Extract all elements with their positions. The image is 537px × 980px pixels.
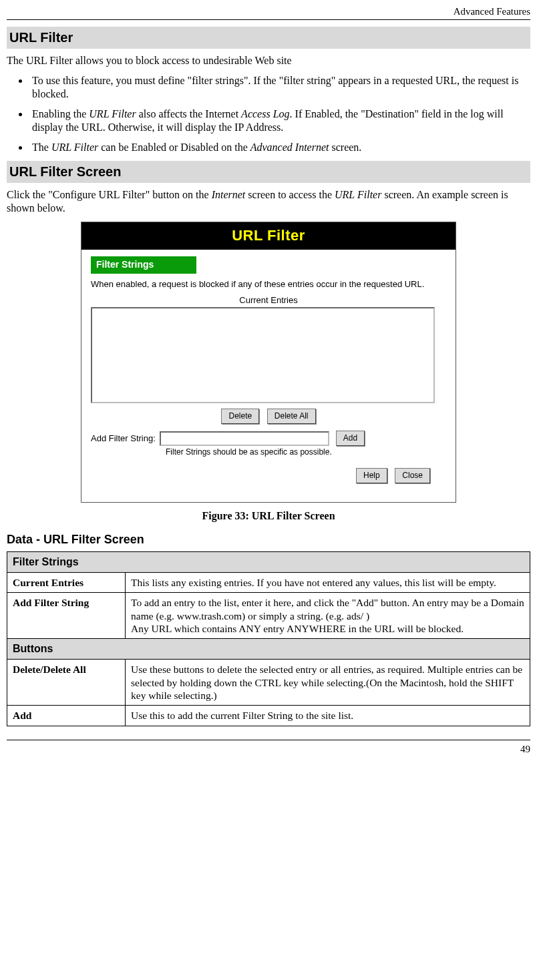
filter-hint: Filter Strings should be as specific as … (166, 447, 446, 457)
table-row: Add Filter String To add an entry to the… (7, 593, 530, 639)
intro-text: The URL Filter allows you to block acces… (7, 54, 530, 67)
add-button[interactable]: Add (336, 431, 365, 446)
row-add-filter-key: Add Filter String (7, 593, 126, 639)
b2-mid: also affects the Internet (136, 108, 241, 119)
add-filter-input[interactable] (160, 431, 329, 446)
delete-all-button[interactable]: Delete All (267, 409, 316, 424)
s2-mid: screen to access the (245, 189, 335, 200)
row-current-entries-val: This lists any existing entries. If you … (126, 572, 530, 592)
data-table: Filter Strings Current Entries This list… (7, 551, 530, 726)
screenshot-panel: URL Filter Filter Strings When enabled, … (81, 222, 456, 503)
cat-buttons: Buttons (7, 639, 530, 660)
bullet-1: To use this feature, you must define "fi… (29, 74, 530, 101)
row-delete-val: Use these buttons to delete the selected… (126, 660, 530, 706)
screenshot-desc: When enabled, a request is blocked if an… (91, 279, 446, 290)
entries-listbox[interactable] (91, 307, 435, 403)
row-current-entries-key: Current Entries (7, 572, 126, 592)
b2-italic-2: Access Log (241, 108, 289, 119)
current-entries-label: Current Entries (91, 295, 446, 306)
section-data: Data - URL Filter Screen (7, 532, 530, 547)
header-rule (7, 19, 530, 20)
b2-italic-1: URL Filter (89, 108, 136, 119)
table-row: Add Use this to add the current Filter S… (7, 706, 530, 726)
cat-filter-strings: Filter Strings (7, 551, 530, 572)
header-right: Advanced Features (7, 5, 530, 18)
s2-pre: Click the "Configure URL Filter" button … (7, 189, 212, 200)
b3-mid: can be Enabled or Disabled on the (98, 142, 250, 153)
row-add-filter-val: To add an entry to the list, enter it he… (126, 593, 530, 639)
s2-italic-1: Internet (212, 189, 246, 200)
table-row: Current Entries This lists any existing … (7, 572, 530, 592)
b3-post: screen. (329, 142, 361, 153)
page-number: 49 (7, 743, 530, 756)
bullet-3: The URL Filter can be Enabled or Disable… (29, 141, 530, 154)
row-delete-key: Delete/Delete All (7, 660, 126, 706)
b2-pre: Enabling the (32, 108, 89, 119)
footer-rule (7, 740, 530, 740)
add-filter-label: Add Filter String: (91, 433, 156, 444)
screenshot-title: URL Filter (81, 222, 456, 250)
bullet-list: To use this feature, you must define "fi… (7, 74, 530, 154)
b3-italic-1: URL Filter (51, 142, 98, 153)
bullet-2: Enabling the URL Filter also affects the… (29, 107, 530, 134)
b3-pre: The (32, 142, 51, 153)
section-url-filter-screen: URL Filter Screen (7, 161, 530, 183)
section-url-filter: URL Filter (7, 27, 530, 49)
help-button[interactable]: Help (356, 468, 387, 483)
screen-intro: Click the "Configure URL Filter" button … (7, 188, 530, 215)
delete-button[interactable]: Delete (221, 409, 259, 424)
row-add-key: Add (7, 706, 126, 726)
table-row: Delete/Delete All Use these buttons to d… (7, 660, 530, 706)
b3-italic-2: Advanced Internet (250, 142, 329, 153)
filter-strings-header: Filter Strings (91, 256, 196, 274)
row-add-val: Use this to add the current Filter Strin… (126, 706, 530, 726)
figure-caption: Figure 33: URL Filter Screen (7, 509, 530, 523)
s2-italic-2: URL Filter (335, 189, 381, 200)
close-button[interactable]: Close (395, 468, 430, 483)
